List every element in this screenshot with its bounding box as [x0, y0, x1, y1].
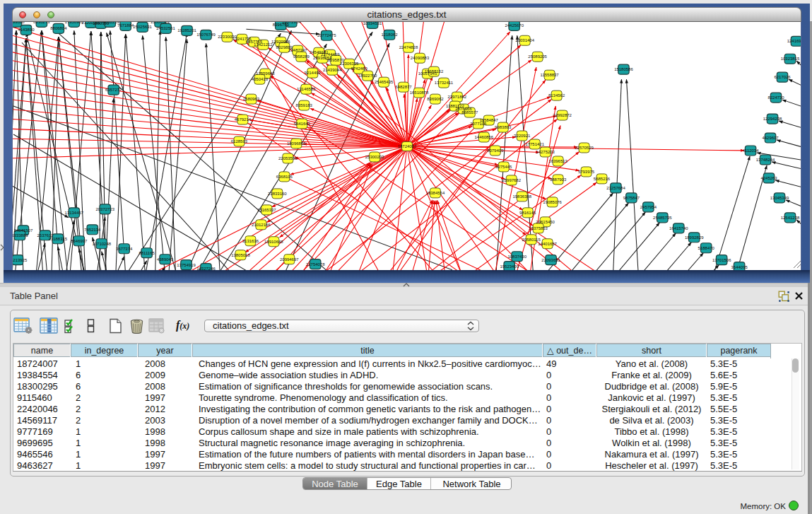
svg-text:10334531: 10334531 — [363, 22, 382, 26]
svg-text:2580963: 2580963 — [243, 97, 260, 101]
svg-text:4679214: 4679214 — [235, 117, 252, 122]
svg-text:8134562: 8134562 — [548, 93, 565, 98]
svg-text:7671884: 7671884 — [117, 24, 134, 28]
svg-text:13910648: 13910648 — [264, 240, 283, 244]
svg-text:18922760: 18922760 — [358, 74, 377, 78]
svg-text:21257684: 21257684 — [606, 186, 625, 190]
svg-text:16415740: 16415740 — [669, 226, 688, 230]
svg-text:15375853: 15375853 — [529, 226, 548, 230]
svg-text:3220921: 3220921 — [514, 134, 531, 138]
svg-text:15076749: 15076749 — [196, 33, 216, 37]
svg-text:22093651: 22093651 — [541, 258, 560, 262]
svg-text:1999828: 1999828 — [12, 22, 25, 25]
svg-text:9983893: 9983893 — [495, 125, 512, 129]
svg-text:8806804: 8806804 — [50, 26, 67, 30]
svg-text:21012166: 21012166 — [252, 223, 271, 227]
svg-text:22570529: 22570529 — [575, 146, 594, 150]
svg-text:14275203: 14275203 — [536, 150, 555, 154]
svg-text:19688132: 19688132 — [425, 69, 444, 74]
svg-text:10327246: 10327246 — [196, 267, 216, 270]
svg-text:13146585: 13146585 — [297, 87, 316, 91]
svg-text:4143890: 4143890 — [18, 28, 35, 32]
svg-text:3677374: 3677374 — [116, 247, 133, 251]
svg-text:23188315: 23188315 — [49, 237, 68, 241]
svg-text:17559643: 17559643 — [256, 71, 275, 76]
svg-text:18724007: 18724007 — [398, 144, 417, 148]
svg-text:19523409: 19523409 — [500, 264, 519, 269]
svg-text:22806503: 22806503 — [151, 22, 170, 25]
svg-text:24090883: 24090883 — [411, 56, 430, 60]
svg-text:12920906: 12920906 — [271, 40, 290, 44]
svg-text:9887903: 9887903 — [550, 177, 567, 182]
svg-text:5188470: 5188470 — [698, 246, 715, 250]
svg-text:12294238: 12294238 — [763, 117, 782, 121]
svg-text:9275445: 9275445 — [495, 165, 512, 169]
svg-text:4050413: 4050413 — [252, 77, 269, 81]
svg-text:6482877: 6482877 — [395, 85, 412, 89]
svg-text:8369062: 8369062 — [427, 97, 444, 101]
svg-text:15180586: 15180586 — [614, 67, 633, 71]
svg-text:1218062: 1218062 — [381, 33, 398, 37]
svg-text:2457954: 2457954 — [640, 205, 657, 209]
svg-text:5685216: 5685216 — [594, 177, 611, 181]
svg-text:3333883: 3333883 — [12, 233, 28, 238]
svg-text:19836388: 19836388 — [512, 194, 531, 199]
svg-text:16510878: 16510878 — [410, 90, 429, 95]
svg-text:12541238: 12541238 — [781, 216, 800, 220]
svg-text:8359183: 8359183 — [296, 103, 313, 107]
svg-text:25089205: 25089205 — [528, 54, 547, 59]
svg-text:8811165: 8811165 — [139, 251, 155, 255]
svg-text:25300203: 25300203 — [365, 155, 384, 159]
svg-text:18992829: 18992829 — [685, 235, 704, 240]
svg-text:7452134: 7452134 — [84, 228, 101, 232]
svg-text:12416912: 12416912 — [787, 39, 801, 43]
svg-text:3644095: 3644095 — [731, 265, 748, 269]
svg-text:11558837: 11558837 — [541, 73, 560, 77]
svg-text:8079409: 8079409 — [487, 148, 504, 153]
svg-text:16072954: 16072954 — [282, 22, 301, 25]
svg-text:24425670: 24425670 — [505, 24, 524, 28]
svg-text:14460856: 14460856 — [475, 135, 494, 139]
svg-text:24641507: 24641507 — [14, 228, 33, 233]
svg-text:4245263: 4245263 — [760, 176, 777, 180]
svg-text:17751421: 17751421 — [525, 142, 544, 146]
svg-text:25997682: 25997682 — [502, 178, 521, 182]
svg-text:24532561: 24532561 — [156, 26, 175, 30]
svg-text:21439044: 21439044 — [323, 68, 342, 72]
svg-text:5793975: 5793975 — [578, 170, 595, 174]
svg-text:6217026: 6217026 — [774, 75, 791, 79]
svg-text:22053595: 22053595 — [278, 156, 298, 160]
svg-text:22474828: 22474828 — [399, 45, 418, 49]
svg-text:4429607: 4429607 — [762, 136, 779, 140]
svg-text:4112034: 4112034 — [743, 148, 759, 153]
svg-text:19384554: 19384554 — [426, 191, 445, 195]
svg-text:23487347: 23487347 — [288, 48, 307, 52]
svg-text:13748244: 13748244 — [756, 158, 775, 162]
svg-text:22744459: 22744459 — [321, 52, 340, 57]
svg-text:6368105: 6368105 — [276, 175, 293, 179]
svg-text:9816145: 9816145 — [519, 211, 536, 215]
svg-text:25485735: 25485735 — [653, 216, 672, 220]
svg-text:8336273: 8336273 — [33, 22, 50, 25]
svg-text:5641643: 5641643 — [294, 122, 311, 126]
svg-text:15165337: 15165337 — [257, 208, 276, 212]
svg-text:6742460: 6742460 — [351, 66, 367, 71]
svg-text:18096865: 18096865 — [287, 141, 306, 146]
svg-text:22306335: 22306335 — [340, 62, 359, 66]
svg-text:8224730: 8224730 — [767, 95, 784, 100]
svg-text:10323815: 10323815 — [781, 57, 800, 61]
svg-text:8685577: 8685577 — [461, 110, 478, 115]
svg-text:13754919: 13754919 — [177, 263, 196, 267]
svg-text:25465435: 25465435 — [375, 80, 394, 84]
svg-text:23833160: 23833160 — [268, 192, 287, 196]
svg-text:13134457: 13134457 — [65, 211, 84, 215]
svg-text:23971842: 23971842 — [448, 95, 467, 99]
svg-text:21754078: 21754078 — [306, 262, 325, 267]
svg-text:20994697: 20994697 — [280, 257, 299, 262]
svg-text:9875847: 9875847 — [623, 196, 640, 200]
svg-text:13701506: 13701506 — [712, 258, 731, 262]
svg-text:13805018: 13805018 — [231, 253, 250, 257]
svg-text:22992872: 22992872 — [553, 113, 572, 117]
svg-text:13732411: 13732411 — [435, 81, 454, 85]
svg-text:25025631: 25025631 — [133, 25, 152, 29]
